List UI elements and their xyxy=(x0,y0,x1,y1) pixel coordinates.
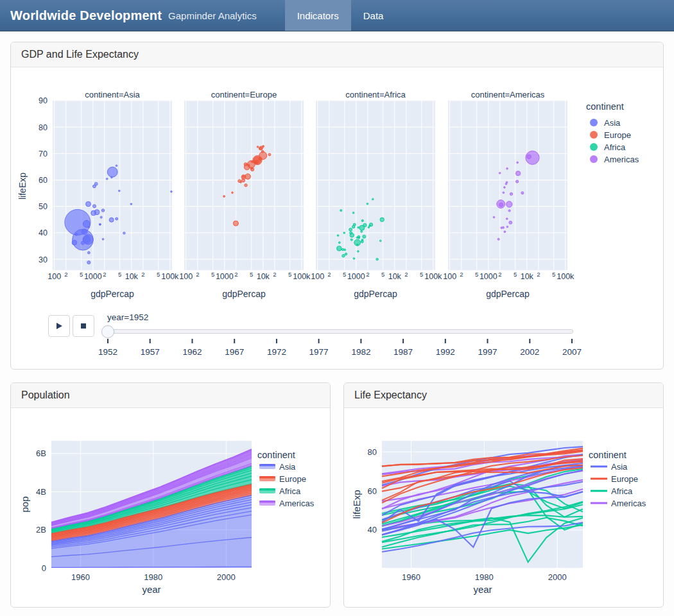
svg-text:5: 5 xyxy=(343,271,346,278)
svg-text:1952: 1952 xyxy=(98,347,117,357)
svg-text:4B: 4B xyxy=(36,487,46,497)
svg-text:90: 90 xyxy=(39,96,48,105)
facet-title: continent=Asia xyxy=(85,90,140,99)
life-y-axis-title: lifeExp xyxy=(351,490,362,518)
svg-text:5: 5 xyxy=(475,271,478,278)
svg-text:continent: continent xyxy=(589,450,626,460)
facet-title: continent=Europe xyxy=(211,90,277,99)
play-button[interactable] xyxy=(48,315,70,337)
svg-text:100: 100 xyxy=(443,272,456,281)
pop-x-axis-title: year xyxy=(142,584,160,595)
legend-item: Europe xyxy=(604,130,631,140)
svg-text:5: 5 xyxy=(381,271,385,278)
svg-text:2: 2 xyxy=(196,271,199,278)
svg-text:2000: 2000 xyxy=(548,572,567,582)
svg-text:1000: 1000 xyxy=(347,272,365,281)
svg-text:continent: continent xyxy=(257,450,295,460)
svg-text:5: 5 xyxy=(118,271,121,278)
svg-text:2: 2 xyxy=(498,271,501,278)
svg-text:5: 5 xyxy=(288,271,291,278)
svg-text:100: 100 xyxy=(48,272,61,281)
year-slider-ticks: 1952195719621967197219771982198719921997… xyxy=(11,338,653,363)
svg-text:100k: 100k xyxy=(161,272,179,281)
svg-text:1987: 1987 xyxy=(393,347,413,357)
svg-text:40: 40 xyxy=(368,525,377,535)
svg-text:1000: 1000 xyxy=(216,272,234,281)
facet-title: continent=Africa xyxy=(345,90,406,99)
svg-text:Africa: Africa xyxy=(611,486,633,496)
svg-text:2: 2 xyxy=(327,271,331,278)
svg-text:Americas: Americas xyxy=(611,499,646,508)
svg-text:70: 70 xyxy=(39,150,48,158)
svg-text:2000: 2000 xyxy=(217,572,236,582)
svg-text:1982: 1982 xyxy=(351,347,370,357)
svg-text:100: 100 xyxy=(179,272,193,281)
svg-text:5: 5 xyxy=(80,271,83,278)
nav-tabs: Indicators Data xyxy=(285,0,396,31)
stop-icon xyxy=(80,323,87,329)
life-legend[interactable]: continentAsiaEuropeAfricaAmericas xyxy=(589,450,646,508)
main-container: GDP and Life Expectancy lifeExp304050607… xyxy=(0,31,674,616)
population-area-chart[interactable]: 02B4B6B196019802000popyearcontinentAsiaE… xyxy=(11,411,330,606)
scatter-x-axis-title: gdpPercap xyxy=(222,289,266,299)
year-slider-track[interactable] xyxy=(106,329,573,334)
facet-africa[interactable]: continent=Africa100100010k100k252525gdpP… xyxy=(311,90,442,299)
svg-text:1997: 1997 xyxy=(478,347,497,357)
svg-text:2: 2 xyxy=(141,271,144,278)
play-icon xyxy=(55,322,63,330)
legend-item: Asia xyxy=(604,118,621,128)
svg-text:Asia: Asia xyxy=(611,462,628,472)
svg-text:5: 5 xyxy=(420,271,423,278)
tab-indicators[interactable]: Indicators xyxy=(285,0,351,31)
life-expectancy-line-chart[interactable]: 406080196019802000lifeExpyearcontinentAs… xyxy=(344,411,663,606)
svg-text:1972: 1972 xyxy=(267,347,286,357)
svg-text:1960: 1960 xyxy=(402,572,420,582)
svg-text:Africa: Africa xyxy=(279,486,301,496)
svg-text:2002: 2002 xyxy=(520,347,539,357)
svg-text:10k: 10k xyxy=(388,272,402,281)
facet-title: continent=Americas xyxy=(471,90,545,99)
scatter-x-axis-title: gdpPercap xyxy=(354,289,397,299)
life-expectancy-card: Life Expectancy 406080196019802000lifeEx… xyxy=(343,382,664,608)
svg-text:2: 2 xyxy=(103,271,106,278)
pop-legend[interactable]: continentAsiaEuropeAfricaAmericas xyxy=(257,450,315,508)
svg-text:1980: 1980 xyxy=(144,572,162,582)
svg-text:10k: 10k xyxy=(521,272,534,281)
facet-americas[interactable]: continent=Americas100100010k100k252525gd… xyxy=(443,90,575,299)
svg-text:Europe: Europe xyxy=(279,474,306,484)
legend-item: Americas xyxy=(604,155,639,164)
continent-legend[interactable]: continentAsiaEuropeAfricaAmericas xyxy=(586,101,639,164)
app-page: Worldwide Development Gapminder Analytic… xyxy=(0,0,674,616)
svg-text:60: 60 xyxy=(39,176,48,185)
scatter-x-axis-title: gdpPercap xyxy=(91,289,134,299)
svg-text:5: 5 xyxy=(552,271,555,278)
svg-text:1977: 1977 xyxy=(309,347,329,357)
svg-text:1957: 1957 xyxy=(141,347,160,357)
tab-data[interactable]: Data xyxy=(351,0,396,31)
year-slider-handle[interactable] xyxy=(101,325,114,338)
svg-text:0: 0 xyxy=(42,563,46,573)
svg-text:1000: 1000 xyxy=(480,272,497,281)
svg-text:1992: 1992 xyxy=(436,347,455,357)
svg-text:1962: 1962 xyxy=(182,347,202,357)
svg-text:1967: 1967 xyxy=(225,347,244,357)
gdp-life-figure-area: lifeExp30405060708090continent=Asia10010… xyxy=(11,67,663,369)
gdp-life-card-title: GDP and Life Expectancy xyxy=(11,42,663,67)
svg-text:2: 2 xyxy=(537,271,540,278)
navbar: Worldwide Development Gapminder Analytic… xyxy=(0,0,674,31)
svg-text:80: 80 xyxy=(368,447,377,457)
population-card: Population 02B4B6B196019802000popyearcon… xyxy=(10,382,331,608)
life-expectancy-card-title: Life Expectancy xyxy=(344,383,663,408)
svg-text:10k: 10k xyxy=(125,272,139,281)
svg-text:5: 5 xyxy=(250,271,253,278)
facet-asia[interactable]: continent=Asia100100010k100k252525gdpPer… xyxy=(48,90,179,299)
gdp-life-scatter-chart[interactable]: lifeExp30405060708090continent=Asia10010… xyxy=(11,69,654,305)
svg-text:2: 2 xyxy=(366,271,369,278)
gdp-life-card: GDP and Life Expectancy lifeExp304050607… xyxy=(10,42,664,370)
svg-text:1000: 1000 xyxy=(84,272,102,281)
facet-europe[interactable]: continent=Europe100100010k100k252525gdpP… xyxy=(179,90,311,299)
stop-button[interactable] xyxy=(73,315,94,337)
svg-text:60: 60 xyxy=(368,486,377,496)
svg-text:2: 2 xyxy=(460,271,463,278)
population-card-title: Population xyxy=(11,383,330,408)
